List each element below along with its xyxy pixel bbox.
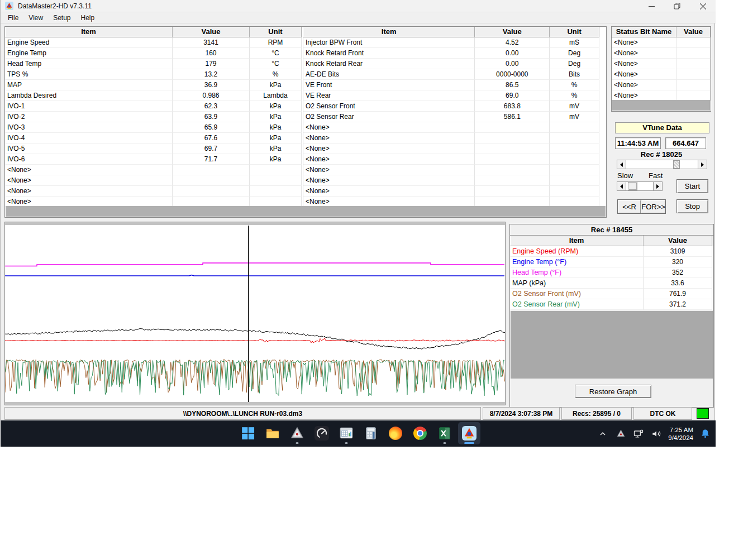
cell <box>676 80 711 90</box>
menu-view[interactable]: View <box>23 13 48 23</box>
table-row[interactable]: AE-DE Bits0000-0000Bits <box>303 69 599 80</box>
excel-button[interactable] <box>433 422 456 444</box>
graph-panel[interactable] <box>4 222 506 405</box>
table-row[interactable]: Engine Speed3141RPM <box>5 37 302 48</box>
spreadsheet-app-button[interactable] <box>335 422 358 444</box>
table-row[interactable]: IVO-162.3kPa <box>5 101 302 112</box>
record-detail-row[interactable]: O2 Sensor Rear (mV)371.2 <box>510 299 713 310</box>
table-scroll-filler[interactable] <box>6 206 606 217</box>
reverse-button[interactable]: <<R <box>617 199 641 214</box>
speed-left-arrow[interactable] <box>617 182 626 190</box>
col-header-value[interactable]: Value <box>173 27 250 37</box>
cell: <None> <box>612 69 676 80</box>
record-position-scrollbar[interactable] <box>617 160 707 169</box>
table-row[interactable]: IVO-467.6kPa <box>5 133 302 143</box>
scrollbar-thumb[interactable] <box>673 160 680 169</box>
record-detail-row[interactable]: MAP (kPa)33.6 <box>510 278 713 289</box>
table-row[interactable]: <None> <box>5 165 302 175</box>
table-row[interactable]: <None> <box>303 143 599 154</box>
table-row[interactable]: <None> <box>5 175 302 186</box>
table-row[interactable]: IVO-569.7kPa <box>5 143 302 154</box>
scroll-right-arrow[interactable] <box>698 160 707 169</box>
table-row[interactable]: MAP36.9kPa <box>5 80 302 90</box>
col-header-item[interactable]: Item <box>5 27 173 37</box>
col-header-value[interactable]: Value <box>475 27 550 37</box>
col-header-status-bit-name[interactable]: Status Bit Name <box>612 27 676 37</box>
dyno-triangle-app-button[interactable] <box>286 422 308 444</box>
restore-graph-button[interactable]: Restore Graph <box>575 385 651 398</box>
table-row[interactable]: IVO-671.7kPa <box>5 154 302 165</box>
table-row[interactable]: <None> <box>303 154 599 165</box>
table-row[interactable]: <None> <box>5 186 302 197</box>
table-row[interactable]: <None> <box>303 186 599 197</box>
table-row[interactable]: VE Rear69.0% <box>303 90 599 101</box>
restore-button[interactable] <box>664 0 690 12</box>
playback-speed-scrollbar[interactable] <box>617 181 663 191</box>
calculator-app-button[interactable] <box>360 422 382 444</box>
start-button[interactable]: Start <box>676 179 708 193</box>
tray-notification-bell-icon[interactable] <box>699 428 711 440</box>
speed-thumb[interactable] <box>628 182 637 190</box>
minimize-button[interactable] <box>639 0 664 12</box>
chrome-button[interactable] <box>409 422 431 444</box>
col-header-unit[interactable]: Unit <box>550 27 599 37</box>
table-row[interactable]: Engine Temp160°C <box>5 48 302 59</box>
table-row[interactable]: IVO-365.9kPa <box>5 122 302 133</box>
status-bit-row[interactable]: <None> <box>612 37 711 48</box>
col-header-item[interactable]: Item <box>303 27 475 37</box>
tray-dyno-app-icon[interactable] <box>614 428 627 440</box>
speed-right-arrow[interactable] <box>653 182 662 190</box>
table-row[interactable]: Head Temp179°C <box>5 59 302 69</box>
scroll-left-arrow[interactable] <box>617 160 626 169</box>
menu-setup[interactable]: Setup <box>48 13 75 23</box>
cell: <None> <box>303 122 475 133</box>
statusbar-datetime: 8/7/2024 3:07:38 PM <box>483 407 560 420</box>
tray-network-display-icon[interactable] <box>632 428 645 440</box>
record-detail-row[interactable]: O2 Sensor Front (mV)761.9 <box>510 289 713 299</box>
firefox-button[interactable] <box>384 422 407 444</box>
start-button[interactable] <box>237 422 259 444</box>
table-row[interactable]: IVO-263.9kPa <box>5 112 302 122</box>
table-row[interactable]: <None> <box>303 165 599 175</box>
table-row[interactable]: O2 Sensor Front683.8mV <box>303 101 599 112</box>
table-row[interactable]: <None> <box>303 133 599 143</box>
table-row[interactable]: Knock Retard Rear0.00Deg <box>303 59 599 69</box>
table-row[interactable]: Knock Retard Front0.00Deg <box>303 48 599 59</box>
file-explorer-button[interactable] <box>261 422 284 444</box>
datamaster-button[interactable] <box>458 422 480 444</box>
table-row[interactable]: <None> <box>303 175 599 186</box>
table-row[interactable]: O2 Sensor Rear586.1mV <box>303 112 599 122</box>
tray-speaker-icon[interactable] <box>650 428 663 440</box>
col-header-item[interactable]: Item <box>510 236 644 246</box>
tray-clock[interactable]: 7:25 AM 9/4/2024 <box>668 426 693 442</box>
record-detail-row[interactable]: Engine Temp (°F)320 <box>510 257 713 267</box>
cell: kPa <box>250 80 302 90</box>
forward-button[interactable]: FOR>> <box>641 199 666 214</box>
status-bit-row[interactable]: <None> <box>612 59 711 69</box>
status-bit-row[interactable]: <None> <box>612 80 711 90</box>
stop-button[interactable]: Stop <box>676 199 708 213</box>
tray-chevron-up-icon[interactable] <box>597 428 609 440</box>
close-button[interactable] <box>690 0 716 12</box>
table-row[interactable]: Lambda Desired0.986Lambda <box>5 90 302 101</box>
graph-top-strip <box>5 222 505 225</box>
data-graph[interactable] <box>5 226 505 402</box>
menu-help[interactable]: Help <box>76 13 100 23</box>
col-header-value[interactable]: Value <box>676 27 711 37</box>
col-header-unit[interactable]: Unit <box>250 27 302 37</box>
status-bit-row[interactable]: <None> <box>612 69 711 80</box>
chrome-icon <box>413 427 427 440</box>
record-detail-row[interactable]: Head Temp (°F)352 <box>510 267 713 278</box>
status-bit-row[interactable]: <None> <box>612 48 711 59</box>
table-row[interactable]: TPS %13.2% <box>5 69 302 80</box>
table-row[interactable]: <None> <box>303 122 599 133</box>
col-header-value[interactable]: Value <box>644 236 712 246</box>
record-detail-row[interactable]: Engine Speed (RPM)3109 <box>510 246 713 257</box>
cell <box>475 186 550 197</box>
table-row[interactable]: VE Front86.5% <box>303 80 599 90</box>
cell: 67.6 <box>173 133 250 143</box>
gauge-app-button[interactable] <box>311 422 333 444</box>
menu-file[interactable]: File <box>3 13 23 23</box>
table-row[interactable]: Injector BPW Front4.52mS <box>303 37 599 48</box>
table-scroll-filler[interactable] <box>612 100 710 111</box>
